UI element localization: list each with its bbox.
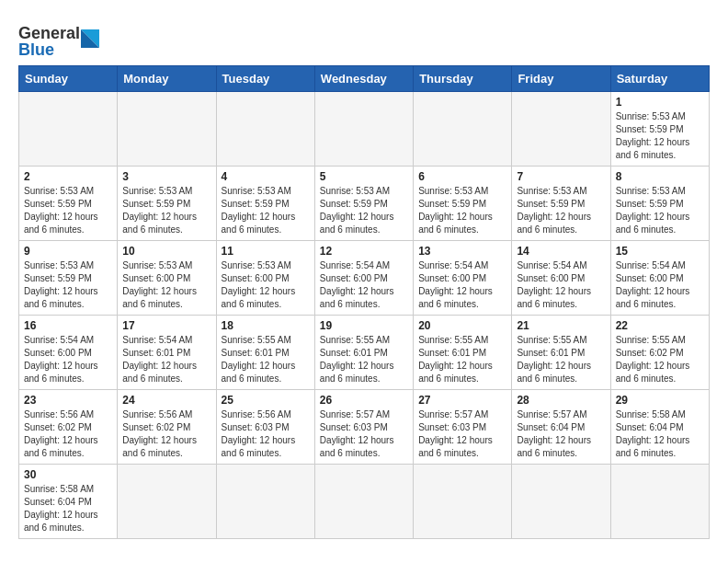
day-number: 26 — [320, 394, 408, 407]
calendar-cell: 7Sunrise: 5:53 AMSunset: 5:59 PMDaylight… — [512, 167, 610, 241]
day-header-wednesday: Wednesday — [314, 66, 413, 92]
calendar-cell — [216, 465, 314, 539]
day-number: 21 — [517, 319, 605, 332]
day-info: Sunrise: 5:54 AMSunset: 6:00 PMDaylight:… — [616, 259, 704, 311]
day-info: Sunrise: 5:53 AMSunset: 5:59 PMDaylight:… — [24, 185, 112, 236]
calendar-cell: 4Sunrise: 5:53 AMSunset: 5:59 PMDaylight… — [216, 167, 314, 241]
day-info: Sunrise: 5:53 AMSunset: 5:59 PMDaylight:… — [517, 185, 605, 236]
day-info: Sunrise: 5:55 AMSunset: 6:01 PMDaylight:… — [418, 334, 506, 385]
day-number: 20 — [418, 319, 506, 332]
calendar-cell: 11Sunrise: 5:53 AMSunset: 6:00 PMDayligh… — [216, 241, 314, 316]
day-header-tuesday: Tuesday — [216, 66, 314, 92]
day-info: Sunrise: 5:53 AMSunset: 5:59 PMDaylight:… — [222, 185, 310, 236]
day-number: 14 — [517, 245, 605, 258]
calendar-cell: 24Sunrise: 5:56 AMSunset: 6:02 PMDayligh… — [118, 390, 216, 465]
calendar-cell — [414, 92, 512, 167]
calendar-cell: 13Sunrise: 5:54 AMSunset: 6:00 PMDayligh… — [414, 241, 512, 316]
day-number: 17 — [122, 319, 210, 332]
svg-text:Blue: Blue — [18, 40, 54, 59]
day-info: Sunrise: 5:54 AMSunset: 6:00 PMDaylight:… — [24, 334, 112, 385]
calendar-cell: 17Sunrise: 5:54 AMSunset: 6:01 PMDayligh… — [118, 316, 216, 390]
day-number: 27 — [418, 394, 506, 407]
day-number: 9 — [24, 245, 112, 258]
calendar-cell: 29Sunrise: 5:58 AMSunset: 6:04 PMDayligh… — [610, 390, 709, 465]
day-info: Sunrise: 5:57 AMSunset: 6:03 PMDaylight:… — [418, 408, 506, 460]
calendar-cell: 12Sunrise: 5:54 AMSunset: 6:00 PMDayligh… — [314, 241, 413, 316]
day-info: Sunrise: 5:53 AMSunset: 6:00 PMDaylight:… — [122, 259, 210, 311]
day-header-sunday: Sunday — [19, 66, 118, 92]
day-number: 1 — [616, 96, 704, 109]
day-number: 29 — [616, 394, 704, 407]
calendar-cell: 8Sunrise: 5:53 AMSunset: 5:59 PMDaylight… — [610, 167, 709, 241]
calendar-cell: 5Sunrise: 5:53 AMSunset: 5:59 PMDaylight… — [314, 167, 413, 241]
calendar-cell: 3Sunrise: 5:53 AMSunset: 5:59 PMDaylight… — [118, 167, 216, 241]
day-number: 3 — [122, 170, 210, 183]
calendar-cell: 27Sunrise: 5:57 AMSunset: 6:03 PMDayligh… — [414, 390, 512, 465]
day-info: Sunrise: 5:56 AMSunset: 6:02 PMDaylight:… — [24, 408, 112, 460]
day-info: Sunrise: 5:56 AMSunset: 6:03 PMDaylight:… — [222, 408, 310, 460]
calendar-cell — [314, 465, 413, 539]
day-number: 10 — [122, 245, 210, 258]
calendar-cell: 16Sunrise: 5:54 AMSunset: 6:00 PMDayligh… — [19, 316, 118, 390]
day-info: Sunrise: 5:53 AMSunset: 6:00 PMDaylight:… — [222, 259, 310, 311]
calendar-cell: 14Sunrise: 5:54 AMSunset: 6:00 PMDayligh… — [512, 241, 610, 316]
day-info: Sunrise: 5:53 AMSunset: 5:59 PMDaylight:… — [320, 185, 408, 236]
calendar-cell: 21Sunrise: 5:55 AMSunset: 6:01 PMDayligh… — [512, 316, 610, 390]
calendar-cell: 10Sunrise: 5:53 AMSunset: 6:00 PMDayligh… — [118, 241, 216, 316]
day-info: Sunrise: 5:53 AMSunset: 5:59 PMDaylight:… — [418, 185, 506, 236]
calendar-week-5: 23Sunrise: 5:56 AMSunset: 6:02 PMDayligh… — [19, 390, 710, 465]
calendar-cell: 9Sunrise: 5:53 AMSunset: 5:59 PMDaylight… — [19, 241, 118, 316]
day-number: 15 — [616, 245, 704, 258]
day-number: 11 — [222, 245, 310, 258]
calendar-cell: 26Sunrise: 5:57 AMSunset: 6:03 PMDayligh… — [314, 390, 413, 465]
day-number: 2 — [24, 170, 112, 183]
day-number: 30 — [24, 468, 112, 481]
svg-text:General: General — [18, 24, 80, 42]
calendar-cell — [512, 92, 610, 167]
day-info: Sunrise: 5:55 AMSunset: 6:01 PMDaylight:… — [320, 334, 408, 385]
day-info: Sunrise: 5:55 AMSunset: 6:02 PMDaylight:… — [616, 334, 704, 385]
day-info: Sunrise: 5:54 AMSunset: 6:01 PMDaylight:… — [122, 334, 210, 385]
logo-svg: General Blue — [18, 18, 110, 60]
day-number: 28 — [517, 394, 605, 407]
day-header-monday: Monday — [118, 66, 216, 92]
calendar-cell — [19, 92, 118, 167]
calendar-week-2: 2Sunrise: 5:53 AMSunset: 5:59 PMDaylight… — [19, 167, 710, 241]
day-info: Sunrise: 5:53 AMSunset: 5:59 PMDaylight:… — [616, 110, 704, 162]
day-number: 16 — [24, 319, 112, 332]
day-info: Sunrise: 5:54 AMSunset: 6:00 PMDaylight:… — [320, 259, 408, 311]
calendar-cell — [118, 92, 216, 167]
calendar-cell — [314, 92, 413, 167]
day-info: Sunrise: 5:53 AMSunset: 5:59 PMDaylight:… — [24, 259, 112, 311]
day-number: 19 — [320, 319, 408, 332]
calendar-cell: 18Sunrise: 5:55 AMSunset: 6:01 PMDayligh… — [216, 316, 314, 390]
day-info: Sunrise: 5:54 AMSunset: 6:00 PMDaylight:… — [418, 259, 506, 311]
day-info: Sunrise: 5:53 AMSunset: 5:59 PMDaylight:… — [122, 185, 210, 236]
logo: General Blue — [18, 18, 110, 60]
day-number: 5 — [320, 170, 408, 183]
calendar-cell: 15Sunrise: 5:54 AMSunset: 6:00 PMDayligh… — [610, 241, 709, 316]
calendar-week-1: 1Sunrise: 5:53 AMSunset: 5:59 PMDaylight… — [19, 92, 710, 167]
day-info: Sunrise: 5:57 AMSunset: 6:03 PMDaylight:… — [320, 408, 408, 460]
calendar-cell — [216, 92, 314, 167]
calendar-cell: 30Sunrise: 5:58 AMSunset: 6:04 PMDayligh… — [19, 465, 118, 539]
day-header-saturday: Saturday — [610, 66, 709, 92]
day-info: Sunrise: 5:53 AMSunset: 5:59 PMDaylight:… — [616, 185, 704, 236]
calendar-cell: 28Sunrise: 5:57 AMSunset: 6:04 PMDayligh… — [512, 390, 610, 465]
calendar-week-3: 9Sunrise: 5:53 AMSunset: 5:59 PMDaylight… — [19, 241, 710, 316]
day-info: Sunrise: 5:58 AMSunset: 6:04 PMDaylight:… — [616, 408, 704, 460]
calendar-cell: 6Sunrise: 5:53 AMSunset: 5:59 PMDaylight… — [414, 167, 512, 241]
day-number: 24 — [122, 394, 210, 407]
day-header-thursday: Thursday — [414, 66, 512, 92]
calendar-cell: 23Sunrise: 5:56 AMSunset: 6:02 PMDayligh… — [19, 390, 118, 465]
day-number: 18 — [222, 319, 310, 332]
page-header: General Blue — [18, 18, 710, 60]
day-number: 8 — [616, 170, 704, 183]
calendar-header-row: SundayMondayTuesdayWednesdayThursdayFrid… — [19, 66, 710, 92]
day-number: 22 — [616, 319, 704, 332]
calendar-cell — [610, 465, 709, 539]
calendar-table: SundayMondayTuesdayWednesdayThursdayFrid… — [18, 65, 710, 539]
day-number: 13 — [418, 245, 506, 258]
calendar-cell: 22Sunrise: 5:55 AMSunset: 6:02 PMDayligh… — [610, 316, 709, 390]
day-info: Sunrise: 5:56 AMSunset: 6:02 PMDaylight:… — [122, 408, 210, 460]
